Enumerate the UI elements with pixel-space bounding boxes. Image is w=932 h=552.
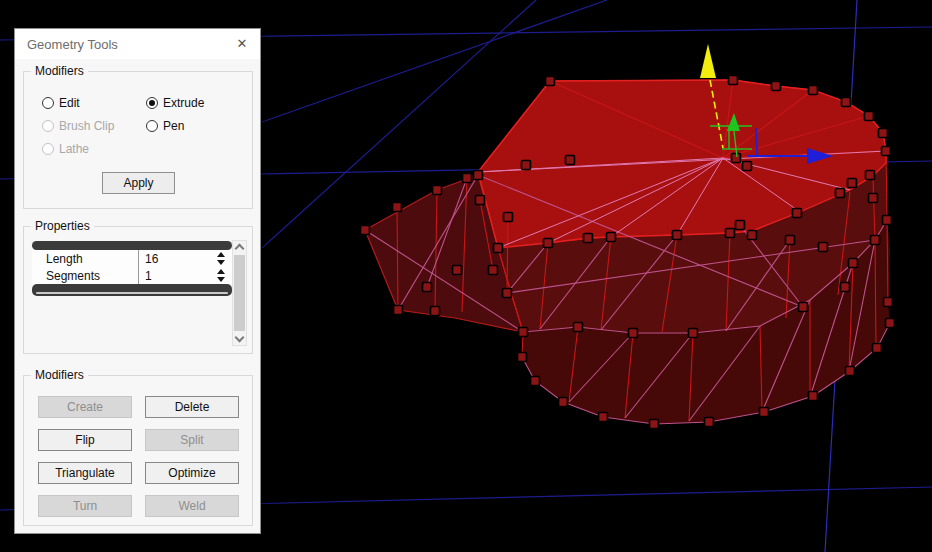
vertex-handle[interactable] (566, 156, 575, 165)
vertex-handle[interactable] (546, 77, 555, 86)
vertex-handle[interactable] (848, 179, 857, 188)
vertex-handle[interactable] (884, 298, 893, 307)
property-row-segments[interactable]: Segments 1 (32, 267, 232, 284)
vertex-handle[interactable] (865, 112, 874, 121)
vertex-handle[interactable] (809, 392, 818, 401)
apply-button[interactable]: Apply (102, 172, 175, 194)
vertex-handle[interactable] (743, 162, 752, 171)
close-icon[interactable]: ✕ (232, 34, 252, 54)
spin-up-icon[interactable] (217, 269, 225, 274)
vertex-handle[interactable] (786, 236, 795, 245)
vertex-handle[interactable] (519, 328, 528, 337)
spin-down-icon[interactable] (217, 260, 225, 265)
segments-spinner[interactable] (215, 269, 227, 282)
vertex-handle[interactable] (732, 154, 741, 163)
vertex-handle[interactable] (559, 398, 568, 407)
vertex-handle[interactable] (522, 161, 531, 170)
vertex-handle[interactable] (453, 266, 462, 275)
vertex-handle[interactable] (866, 171, 875, 180)
vertex-handle[interactable] (607, 233, 616, 242)
split-button: Split (145, 429, 239, 451)
vertex-handle[interactable] (574, 323, 583, 332)
vertex-handle[interactable] (873, 344, 882, 353)
properties-scrollbar[interactable] (232, 240, 247, 346)
vertex-handle[interactable] (772, 82, 781, 91)
property-value[interactable]: 16 (145, 252, 158, 266)
spin-down-icon[interactable] (217, 277, 225, 282)
vertex-handle[interactable] (433, 186, 442, 195)
vertex-handle[interactable] (476, 196, 485, 205)
vertex-handle[interactable] (886, 319, 895, 328)
radio-lathe: Lathe (42, 142, 89, 156)
property-value[interactable]: 1 (145, 269, 152, 283)
vertex-handle[interactable] (394, 306, 403, 315)
vertex-handle[interactable] (689, 329, 698, 338)
tools-group: Modifiers Create Delete Flip Split Trian… (23, 375, 253, 526)
vertex-handle[interactable] (504, 213, 513, 222)
vertex-handle[interactable] (869, 194, 878, 203)
triangulate-button[interactable]: Triangulate (38, 462, 132, 484)
tools-group-label: Modifiers (31, 368, 88, 383)
vertex-handle[interactable] (423, 283, 432, 292)
vertex-handle[interactable] (748, 231, 757, 240)
vertex-handle[interactable] (544, 239, 553, 248)
radio-extrude[interactable]: Extrude (146, 96, 204, 110)
vertex-handle[interactable] (531, 377, 540, 386)
length-spinner[interactable] (215, 252, 227, 265)
property-name: Length (32, 252, 134, 266)
vertex-handle[interactable] (842, 98, 851, 107)
vertex-handle[interactable] (489, 266, 498, 275)
scrollbar-thumb[interactable] (234, 255, 245, 331)
vertex-handle[interactable] (793, 209, 802, 218)
flip-button[interactable]: Flip (38, 429, 132, 451)
gizmo-x-axis-drop[interactable] (756, 128, 757, 155)
vertex-handle[interactable] (760, 408, 769, 417)
scroll-down-icon[interactable] (235, 333, 245, 343)
vertex-handle[interactable] (463, 174, 472, 183)
property-grid-header-bar (32, 241, 232, 250)
optimize-button[interactable]: Optimize (145, 462, 239, 484)
vertex-handle[interactable] (836, 189, 845, 198)
vertex-handle[interactable] (673, 231, 682, 240)
radio-brush-clip: Brush Clip (42, 119, 114, 133)
property-row-length[interactable]: Length 16 (32, 250, 232, 267)
vertex-handle[interactable] (629, 329, 638, 338)
radio-lathe-label: Lathe (59, 142, 89, 156)
vertex-handle[interactable] (503, 289, 512, 298)
vertex-handle[interactable] (361, 226, 370, 235)
vertex-handle[interactable] (650, 420, 659, 429)
radio-brush-clip-label: Brush Clip (59, 119, 114, 133)
vertex-handle[interactable] (584, 234, 593, 243)
vertex-handle[interactable] (599, 413, 608, 422)
turn-button: Turn (38, 495, 132, 517)
vertex-handle[interactable] (819, 243, 828, 252)
spin-up-icon[interactable] (217, 252, 225, 257)
vertex-handle[interactable] (729, 76, 738, 85)
vertex-handle[interactable] (809, 86, 818, 95)
vertex-handle[interactable] (431, 307, 440, 316)
scroll-up-icon[interactable] (235, 244, 245, 254)
vertex-handle[interactable] (882, 147, 891, 156)
vertex-handle[interactable] (726, 229, 735, 238)
radio-pen[interactable]: Pen (146, 119, 184, 133)
vertex-handle[interactable] (846, 367, 855, 376)
vertex-handle[interactable] (736, 221, 745, 230)
radio-circle-icon (42, 97, 54, 109)
vertex-handle[interactable] (474, 171, 483, 180)
properties-table: Length 16 Segments 1 (32, 250, 232, 284)
vertex-handle[interactable] (393, 203, 402, 212)
delete-button[interactable]: Delete (145, 396, 239, 418)
vertex-handle[interactable] (494, 244, 503, 253)
vertex-handle[interactable] (871, 236, 880, 245)
radio-edit[interactable]: Edit (42, 96, 80, 110)
vertex-handle[interactable] (518, 353, 527, 362)
vertex-handle[interactable] (705, 418, 714, 427)
dialog-title: Geometry Tools (27, 37, 118, 52)
radio-circle-icon (146, 97, 158, 109)
vertex-handle[interactable] (849, 259, 858, 268)
dialog-titlebar[interactable]: Geometry Tools ✕ (15, 29, 260, 59)
vertex-handle[interactable] (799, 303, 808, 312)
vertex-handle[interactable] (879, 129, 888, 138)
vertex-handle[interactable] (883, 216, 892, 225)
vertex-handle[interactable] (841, 283, 850, 292)
